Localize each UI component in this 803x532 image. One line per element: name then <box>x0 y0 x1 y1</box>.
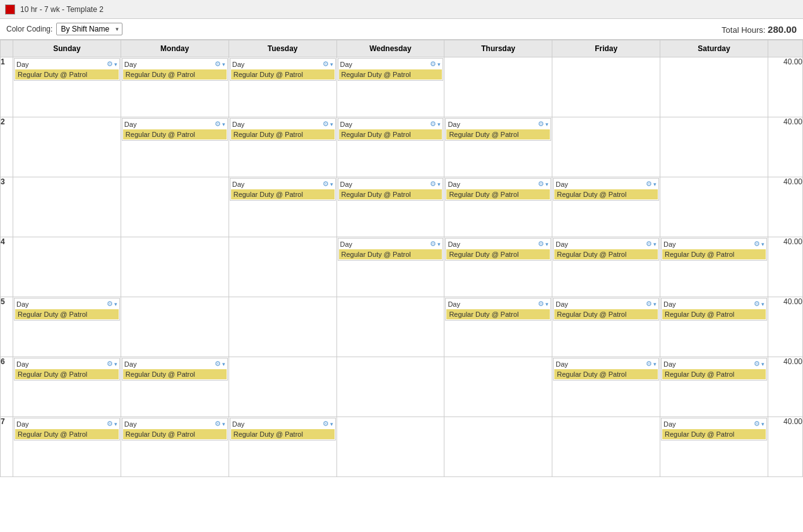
gear-icon[interactable]: ⚙ <box>646 300 652 308</box>
chevron-down-icon[interactable]: ▾ <box>545 241 549 247</box>
duty-label[interactable]: Regular Duty @ Patrol <box>662 249 766 259</box>
chevron-down-icon[interactable]: ▾ <box>114 61 117 68</box>
chevron-down-icon[interactable]: ▾ <box>222 421 225 427</box>
gear-icon[interactable]: ⚙ <box>215 360 221 368</box>
duty-label[interactable]: Regular Duty @ Patrol <box>662 309 766 319</box>
duty-label[interactable]: Regular Duty @ Patrol <box>339 129 443 139</box>
gear-icon[interactable]: ⚙ <box>754 360 760 368</box>
chevron-down-icon[interactable]: ▾ <box>437 241 441 247</box>
duty-label[interactable]: Regular Duty @ Patrol <box>15 429 119 439</box>
gear-icon[interactable]: ⚙ <box>538 300 544 308</box>
duty-label[interactable]: Regular Duty @ Patrol <box>15 69 119 80</box>
chevron-down-icon[interactable]: ▾ <box>437 61 441 68</box>
duty-label[interactable]: Regular Duty @ Patrol <box>446 129 550 139</box>
chevron-down-icon[interactable]: ▾ <box>761 301 764 307</box>
chevron-down-icon[interactable]: ▾ <box>653 361 657 367</box>
duty-label[interactable]: Regular Duty @ Patrol <box>339 249 443 259</box>
gear-icon[interactable]: ⚙ <box>538 120 544 128</box>
cell-week6-day0: Day⚙▾Regular Duty @ Patrol <box>13 357 121 417</box>
chevron-down-icon[interactable]: ▾ <box>653 301 657 307</box>
gear-icon[interactable]: ⚙ <box>107 60 113 68</box>
gear-icon[interactable]: ⚙ <box>215 60 221 68</box>
gear-icon[interactable]: ⚙ <box>323 60 329 68</box>
shift-header: Day⚙▾ <box>338 59 443 69</box>
gear-icon[interactable]: ⚙ <box>107 300 113 308</box>
shift-name: Day <box>232 180 245 188</box>
chevron-down-icon[interactable]: ▾ <box>653 241 657 247</box>
duty-label[interactable]: Regular Duty @ Patrol <box>123 369 227 379</box>
chevron-down-icon[interactable]: ▾ <box>222 121 225 127</box>
gear-icon[interactable]: ⚙ <box>754 240 760 248</box>
shift-name: Day <box>232 61 245 68</box>
chevron-down-icon[interactable]: ▾ <box>222 361 225 367</box>
gear-icon[interactable]: ⚙ <box>430 180 436 188</box>
duty-label[interactable]: Regular Duty @ Patrol <box>231 69 335 80</box>
cell-week5-day2 <box>229 297 336 357</box>
duty-label[interactable]: Regular Duty @ Patrol <box>662 429 766 439</box>
duty-label[interactable]: Regular Duty @ Patrol <box>446 189 550 199</box>
duty-label[interactable]: Regular Duty @ Patrol <box>446 249 550 259</box>
duty-label[interactable]: Regular Duty @ Patrol <box>446 309 550 319</box>
gear-icon[interactable]: ⚙ <box>215 420 221 428</box>
chevron-down-icon[interactable]: ▾ <box>114 301 117 307</box>
gear-icon[interactable]: ⚙ <box>107 420 113 428</box>
chevron-down-icon[interactable]: ▾ <box>330 61 333 68</box>
shift-icons: ⚙▾ <box>107 420 117 428</box>
gear-icon[interactable]: ⚙ <box>646 360 652 368</box>
chevron-down-icon[interactable]: ▾ <box>222 61 225 68</box>
color-coding-select[interactable]: By Shift Name By Position By Unit <box>56 23 122 35</box>
gear-icon[interactable]: ⚙ <box>646 180 652 188</box>
chevron-down-icon[interactable]: ▾ <box>545 121 549 127</box>
duty-label[interactable]: Regular Duty @ Patrol <box>123 129 227 139</box>
gear-icon[interactable]: ⚙ <box>538 240 544 248</box>
chevron-down-icon[interactable]: ▾ <box>330 421 333 427</box>
gear-icon[interactable]: ⚙ <box>430 120 436 128</box>
gear-icon[interactable]: ⚙ <box>323 120 329 128</box>
gear-icon[interactable]: ⚙ <box>430 60 436 68</box>
chevron-down-icon[interactable]: ▾ <box>761 241 764 247</box>
gear-icon[interactable]: ⚙ <box>107 360 113 368</box>
chevron-down-icon[interactable]: ▾ <box>545 301 549 307</box>
duty-label[interactable]: Regular Duty @ Patrol <box>339 69 443 80</box>
duty-label[interactable]: Regular Duty @ Patrol <box>231 189 335 199</box>
duty-label[interactable]: Regular Duty @ Patrol <box>554 309 658 319</box>
duty-label[interactable]: Regular Duty @ Patrol <box>231 129 335 139</box>
duty-label[interactable]: Regular Duty @ Patrol <box>15 369 119 379</box>
chevron-down-icon[interactable]: ▾ <box>114 421 117 427</box>
chevron-down-icon[interactable]: ▾ <box>545 181 549 187</box>
duty-label[interactable]: Regular Duty @ Patrol <box>123 429 227 439</box>
chevron-down-icon[interactable]: ▾ <box>330 181 333 187</box>
gear-icon[interactable]: ⚙ <box>323 420 329 428</box>
duty-label[interactable]: Regular Duty @ Patrol <box>15 309 119 319</box>
duty-label[interactable]: Regular Duty @ Patrol <box>662 369 766 379</box>
chevron-down-icon[interactable]: ▾ <box>761 361 764 367</box>
shift-block: Day⚙▾Regular Duty @ Patrol <box>14 298 120 321</box>
gear-icon[interactable]: ⚙ <box>646 240 652 248</box>
shift-name: Day <box>232 121 245 128</box>
chevron-down-icon[interactable]: ▾ <box>761 421 764 427</box>
shift-name: Day <box>663 420 676 428</box>
cell-week7-day0: Day⚙▾Regular Duty @ Patrol <box>13 417 121 477</box>
chevron-down-icon[interactable]: ▾ <box>114 361 117 367</box>
chevron-down-icon[interactable]: ▾ <box>653 181 657 187</box>
window-title: 10 hr - 7 wk - Template 2 <box>20 5 104 14</box>
gear-icon[interactable]: ⚙ <box>430 240 436 248</box>
shift-name: Day <box>124 121 137 128</box>
gear-icon[interactable]: ⚙ <box>754 300 760 308</box>
gear-icon[interactable]: ⚙ <box>323 180 329 188</box>
gear-icon[interactable]: ⚙ <box>538 180 544 188</box>
duty-label[interactable]: Regular Duty @ Patrol <box>231 429 335 439</box>
duty-label[interactable]: Regular Duty @ Patrol <box>554 249 658 259</box>
gear-icon[interactable]: ⚙ <box>215 120 221 128</box>
week-row-2: 2Day⚙▾Regular Duty @ PatrolDay⚙▾Regular … <box>1 117 803 177</box>
duty-label[interactable]: Regular Duty @ Patrol <box>554 369 658 379</box>
chevron-down-icon[interactable]: ▾ <box>437 121 441 127</box>
gear-icon[interactable]: ⚙ <box>754 420 760 428</box>
duty-label[interactable]: Regular Duty @ Patrol <box>339 189 443 199</box>
chevron-down-icon[interactable]: ▾ <box>330 121 333 127</box>
chevron-down-icon[interactable]: ▾ <box>437 181 441 187</box>
shift-block: Day⚙▾Regular Duty @ Patrol <box>230 58 336 81</box>
duty-label[interactable]: Regular Duty @ Patrol <box>554 189 658 199</box>
duty-label[interactable]: Regular Duty @ Patrol <box>123 69 227 80</box>
color-coding-select-wrapper[interactable]: By Shift Name By Position By Unit <box>56 23 122 35</box>
